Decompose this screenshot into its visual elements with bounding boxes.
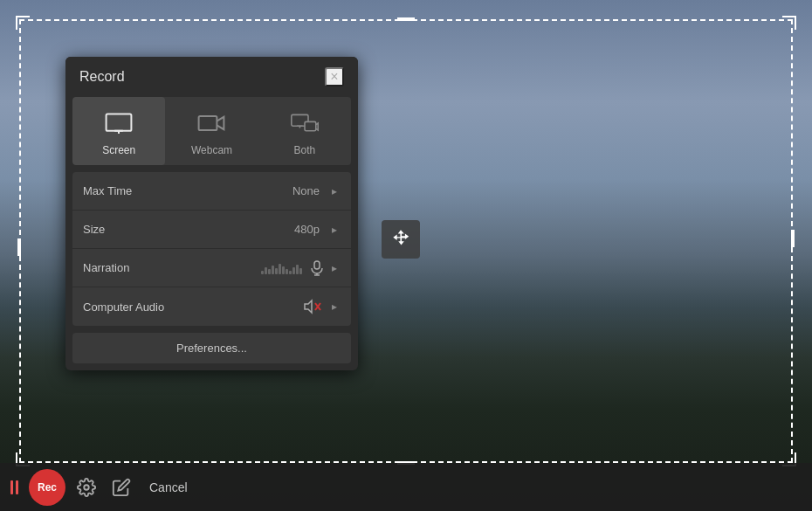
- pencil-icon: [112, 478, 131, 497]
- pause-line-1: [10, 480, 13, 494]
- size-value: 480p: [294, 223, 320, 236]
- bar4: [272, 266, 274, 274]
- bar2: [265, 267, 267, 274]
- dialog-title: Record: [79, 69, 125, 85]
- max-time-label: Max Time: [83, 184, 292, 197]
- bar12: [299, 268, 302, 274]
- mode-both-label: Both: [293, 144, 315, 156]
- bar8: [286, 269, 288, 274]
- pause-line-2: [16, 480, 18, 494]
- gear-icon: [77, 478, 96, 497]
- bar7: [282, 266, 285, 274]
- size-chevron: ▸: [328, 224, 341, 236]
- audio-muted-icon: [304, 299, 323, 314]
- mic-icon: [311, 260, 323, 276]
- bar10: [292, 267, 295, 274]
- size-indicator: 480p ▸: [294, 223, 341, 236]
- mode-screen-button[interactable]: Screen: [72, 97, 165, 165]
- max-time-row[interactable]: Max Time None ▸: [72, 172, 351, 211]
- dialog-titlebar: Record ×: [65, 57, 358, 97]
- cancel-button[interactable]: Cancel: [142, 477, 195, 498]
- max-time-chevron: ▸: [328, 185, 341, 197]
- mode-selector: Screen Webcam Both: [72, 97, 351, 165]
- size-label: Size: [83, 223, 294, 236]
- move-icon: [389, 228, 412, 251]
- svg-rect-3: [199, 116, 217, 130]
- webcam-icon: [197, 109, 225, 137]
- svg-rect-7: [305, 121, 316, 130]
- record-dialog: Record × Screen Webcam: [65, 57, 358, 370]
- max-time-indicator: None ▸: [292, 184, 341, 197]
- edit-button[interactable]: [107, 473, 135, 501]
- svg-marker-11: [305, 300, 312, 313]
- bar9: [289, 271, 292, 274]
- size-row[interactable]: Size 480p ▸: [72, 211, 351, 249]
- move-handle[interactable]: [382, 220, 420, 259]
- computer-audio-label: Computer Audio: [83, 300, 304, 314]
- recording-indicator: [10, 480, 18, 494]
- narration-indicator: ▸: [261, 260, 341, 276]
- settings-panel: Max Time None ▸ Size 480p ▸ Narration: [72, 172, 351, 326]
- mode-webcam-label: Webcam: [191, 144, 232, 156]
- narration-chevron: ▸: [328, 262, 341, 274]
- narration-row[interactable]: Narration: [72, 249, 351, 287]
- svg-rect-8: [314, 261, 320, 269]
- bar5: [275, 268, 278, 274]
- bar1: [261, 271, 264, 274]
- svg-point-14: [84, 485, 89, 490]
- bar11: [296, 265, 299, 274]
- narration-level-bars: [261, 262, 302, 274]
- close-button[interactable]: ×: [325, 67, 344, 86]
- max-time-value: None: [292, 184, 320, 197]
- settings-button[interactable]: [72, 473, 100, 501]
- computer-audio-chevron: ▸: [328, 300, 341, 313]
- speaker-muted-icon: [304, 299, 323, 314]
- svg-rect-0: [107, 114, 132, 131]
- preferences-button[interactable]: Preferences...: [72, 333, 351, 363]
- bottom-toolbar: Rec Cancel: [0, 463, 812, 511]
- computer-audio-indicator: ▸: [304, 299, 341, 314]
- screen-icon: [105, 109, 133, 137]
- narration-label: Narration: [83, 261, 261, 274]
- both-icon: [291, 109, 319, 137]
- mode-webcam-button[interactable]: Webcam: [165, 97, 258, 165]
- bar3: [268, 269, 271, 274]
- mode-screen-label: Screen: [102, 144, 135, 156]
- computer-audio-row[interactable]: Computer Audio ▸: [72, 287, 351, 326]
- bar6: [279, 264, 281, 274]
- rec-button[interactable]: Rec: [29, 469, 65, 506]
- mode-both-button[interactable]: Both: [258, 97, 351, 165]
